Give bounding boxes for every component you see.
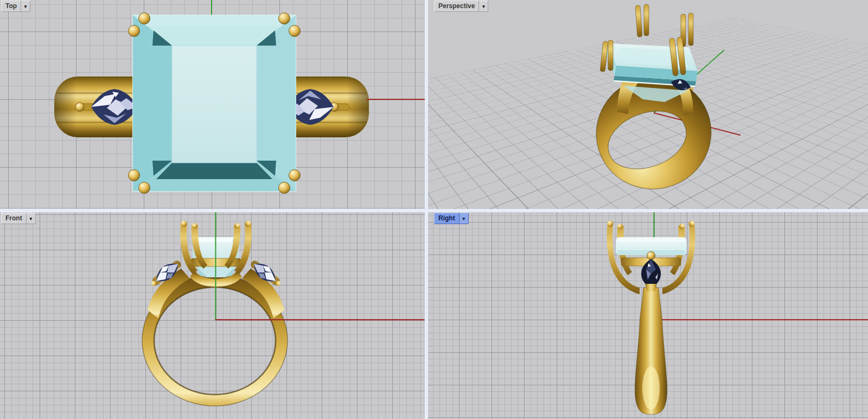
viewport-label-front[interactable]: Front ▾ [1, 213, 36, 224]
viewport-label-top[interactable]: Top ▾ [1, 1, 30, 12]
viewport-title[interactable]: Top [1, 1, 21, 12]
viewport-right[interactable]: Right ▾ [428, 212, 868, 419]
chevron-down-icon: ▾ [482, 4, 485, 9]
ring-model-front-view[interactable] [0, 212, 425, 419]
viewport-menu-button[interactable]: ▾ [479, 1, 488, 12]
viewport-title[interactable]: Front [1, 213, 27, 224]
viewport-front[interactable]: Front ▾ [0, 212, 425, 419]
viewport-perspective[interactable]: Perspective ▾ [428, 0, 868, 209]
viewport-menu-button[interactable]: ▾ [21, 1, 30, 12]
viewport-menu-button[interactable]: ▾ [459, 213, 469, 224]
ring-model-perspective-view[interactable] [428, 0, 868, 209]
viewport-title[interactable]: Perspective [434, 1, 479, 12]
ring-model-right-view[interactable] [428, 212, 868, 419]
chevron-down-icon: ▾ [24, 4, 27, 9]
viewport-title[interactable]: Right [434, 213, 459, 224]
chevron-down-icon: ▾ [29, 216, 32, 221]
cad-four-viewport-workspace: Top ▾ [0, 0, 868, 419]
viewport-label-right[interactable]: Right ▾ [434, 213, 469, 224]
ring-model-top-view[interactable] [0, 0, 425, 209]
viewport-top[interactable]: Top ▾ [0, 0, 425, 209]
viewport-menu-button[interactable]: ▾ [27, 213, 36, 224]
chevron-down-icon: ▾ [462, 216, 465, 221]
viewport-label-perspective[interactable]: Perspective ▾ [434, 1, 488, 12]
